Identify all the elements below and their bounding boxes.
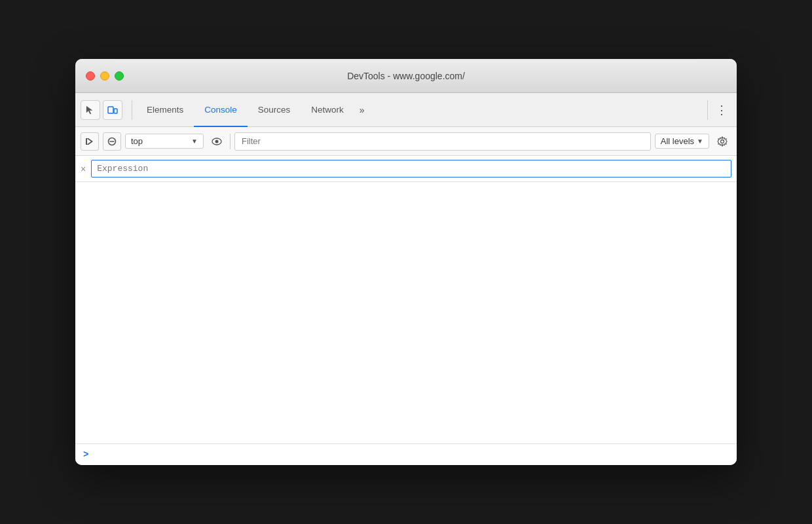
tab-elements[interactable]: Elements [136, 94, 194, 127]
svg-marker-2 [86, 138, 93, 145]
maximize-button[interactable] [115, 71, 124, 81]
filter-divider [230, 134, 231, 149]
tabs-divider [132, 100, 132, 120]
tabs-bar: Elements Console Sources Network » ⋮ [75, 93, 737, 127]
live-expressions-button[interactable] [208, 132, 226, 151]
devtools-window: DevTools - www.google.com/ Elements Cons… [75, 59, 737, 465]
tab-console[interactable]: Console [194, 94, 248, 127]
cursor-icon[interactable] [81, 100, 100, 120]
console-toolbar: top ▼ All levels ▼ [75, 127, 737, 156]
console-prompt: > [83, 449, 88, 460]
svg-rect-1 [114, 109, 117, 113]
title-bar: DevTools - www.google.com/ [75, 59, 737, 93]
expression-row: × [75, 156, 737, 182]
close-expression-button[interactable]: × [81, 164, 86, 174]
console-settings-button[interactable] [713, 132, 731, 151]
close-button[interactable] [86, 71, 95, 81]
expression-input[interactable] [91, 160, 731, 178]
tabs-divider-right [707, 100, 708, 120]
window-title: DevTools - www.google.com/ [347, 71, 465, 81]
svg-rect-3 [86, 138, 87, 145]
levels-selector[interactable]: All levels ▼ [655, 134, 709, 149]
context-selector[interactable]: top ▼ [125, 134, 204, 149]
devtools-menu-button[interactable]: ⋮ [712, 100, 731, 120]
console-area: × > [75, 156, 737, 465]
svg-point-7 [215, 140, 219, 143]
toolbar-icons [81, 100, 122, 120]
more-tabs-button[interactable]: » [354, 101, 370, 119]
context-arrow: ▼ [191, 138, 198, 145]
traffic-lights [86, 71, 124, 81]
svg-point-8 [721, 140, 724, 143]
levels-arrow: ▼ [697, 138, 703, 145]
no-entry-button[interactable] [103, 132, 121, 151]
svg-rect-0 [108, 107, 113, 113]
minimize-button[interactable] [100, 71, 109, 81]
console-input-row: > [75, 443, 737, 465]
tab-network[interactable]: Network [301, 94, 354, 127]
filter-input[interactable] [234, 132, 651, 151]
clear-console-button[interactable] [81, 132, 99, 151]
tab-sources[interactable]: Sources [248, 94, 301, 127]
console-output [75, 182, 737, 443]
console-input[interactable] [94, 450, 729, 460]
device-toggle-icon[interactable] [103, 100, 122, 120]
